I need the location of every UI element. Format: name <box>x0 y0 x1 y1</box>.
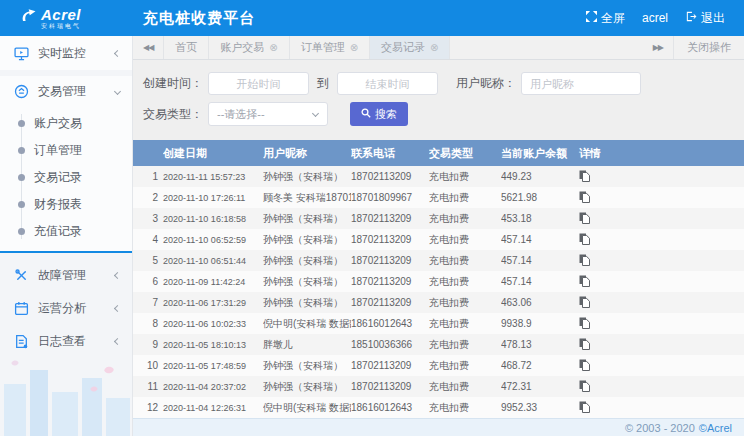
detail-copy-icon[interactable] <box>579 212 590 224</box>
transaction-type-select[interactable]: --请选择-- <box>208 102 328 126</box>
tabs-expand-button[interactable]: ▶▶ <box>643 36 673 59</box>
cell-detail <box>577 233 744 247</box>
detail-copy-icon[interactable] <box>579 170 590 182</box>
sidebar-submenu: 账户交易 订单管理 交易记录 财务报表 充值记录 <box>0 106 132 247</box>
butterfly-icon <box>11 359 19 367</box>
cell-balance: 463.06 <box>501 297 577 308</box>
cell-phone: 18510036366 <box>351 339 429 350</box>
chevron-left-icon <box>114 49 121 56</box>
transaction-type-label: 交易类型： <box>143 106 203 123</box>
bullet-icon <box>18 120 25 127</box>
table-row: 92020-11-05 18:10:13胖墩儿18510036366充电扣费47… <box>133 334 744 355</box>
cell-balance: 9952.33 <box>501 402 577 413</box>
cell-date: 2020-11-11 15:57:23 <box>163 172 263 182</box>
sidebar-subitem-recharge-records[interactable]: 充值记录 <box>0 218 132 245</box>
detail-copy-icon[interactable] <box>579 254 590 266</box>
fullscreen-label: 全屏 <box>601 10 625 27</box>
cell-index: 2 <box>133 192 163 203</box>
cell-type: 充电扣费 <box>429 275 501 289</box>
cell-detail <box>577 191 744 205</box>
sidebar-subitem-order-mgmt[interactable]: 订单管理 <box>0 137 132 164</box>
search-button[interactable]: 搜索 <box>350 102 408 126</box>
sidebar-item-operations-analysis[interactable]: 运营分析 <box>0 292 132 325</box>
tab-label: 交易记录 <box>381 40 425 55</box>
bullet-icon <box>18 228 25 235</box>
create-time-label: 创建时间： <box>143 75 203 92</box>
main-content: ◀◀ 首页 账户交易 ⊗ 订单管理 ⊗ 交易记录 ⊗ ▶▶ 关闭操作 <box>133 36 744 436</box>
cell-date: 2020-11-09 11:42:24 <box>163 277 263 287</box>
cell-index: 10 <box>133 360 163 371</box>
table-row: 112020-11-04 20:37:02孙钟强（安科瑞）18702113209… <box>133 376 744 397</box>
detail-copy-icon[interactable] <box>579 317 590 329</box>
detail-copy-icon[interactable] <box>579 275 590 287</box>
cell-nickname: 胖墩儿 <box>263 338 351 352</box>
search-icon <box>361 108 371 120</box>
start-time-input[interactable] <box>208 72 309 95</box>
close-operations-button[interactable]: 关闭操作 <box>673 36 744 59</box>
detail-copy-icon[interactable] <box>579 233 590 245</box>
sidebar-item-fault-mgmt[interactable]: 故障管理 <box>0 259 132 292</box>
sidebar-subitem-transaction-records[interactable]: 交易记录 <box>0 164 132 191</box>
cell-date: 2020-11-06 17:31:29 <box>163 298 263 308</box>
acrel-link[interactable]: ©Acrel <box>699 422 732 434</box>
sidebar-subitem-financial-reports[interactable]: 财务报表 <box>0 191 132 218</box>
header-actions: 全屏 acrel 退出 <box>581 10 744 27</box>
butterfly-icon <box>90 385 98 393</box>
logout-label: 退出 <box>701 10 725 27</box>
tab-account-transactions[interactable]: 账户交易 ⊗ <box>209 36 289 59</box>
detail-copy-icon[interactable] <box>579 359 590 371</box>
monitor-icon <box>14 46 29 61</box>
cell-date: 2020-11-10 06:51:44 <box>163 256 263 266</box>
detail-copy-icon[interactable] <box>579 296 590 308</box>
cell-detail <box>577 317 744 331</box>
cell-index: 1 <box>133 171 163 182</box>
acrel-logo-icon <box>20 9 37 27</box>
submenu-label: 交易记录 <box>34 169 82 186</box>
cell-phone: 18702113209 <box>351 381 429 392</box>
sidebar-item-realtime-monitor[interactable]: 实时监控 <box>0 36 132 70</box>
tabs-collapse-button[interactable]: ◀◀ <box>133 36 163 59</box>
chevron-down-icon <box>114 87 121 94</box>
detail-copy-icon[interactable] <box>579 338 590 350</box>
submenu-label: 账户交易 <box>34 115 82 132</box>
tab-close-icon[interactable]: ⊗ <box>350 42 358 53</box>
cell-phone: 18702113209 <box>351 171 429 182</box>
cell-detail <box>577 212 744 226</box>
logout-button[interactable]: 退出 <box>680 10 730 27</box>
transaction-icon <box>14 84 29 99</box>
tab-home[interactable]: 首页 <box>163 36 209 59</box>
cell-phone: 18702113209 <box>351 234 429 245</box>
sidebar-item-label: 故障管理 <box>38 267 86 284</box>
cell-type: 充电扣费 <box>429 233 501 247</box>
cell-type: 充电扣费 <box>429 359 501 373</box>
sidebar-item-transaction-mgmt[interactable]: 交易管理 <box>0 76 132 106</box>
fullscreen-button[interactable]: 全屏 <box>581 10 630 27</box>
tab-close-icon[interactable]: ⊗ <box>430 42 438 53</box>
tab-bar: ◀◀ 首页 账户交易 ⊗ 订单管理 ⊗ 交易记录 ⊗ ▶▶ 关闭操作 <box>133 36 744 60</box>
cell-nickname: 孙钟强（安科瑞） <box>263 254 351 268</box>
cell-index: 6 <box>133 276 163 287</box>
detail-copy-icon[interactable] <box>579 401 590 413</box>
detail-copy-icon[interactable] <box>579 191 590 203</box>
cell-detail <box>577 380 744 394</box>
column-header-nickname: 用户昵称 <box>263 146 351 161</box>
sidebar-subitem-account-transactions[interactable]: 账户交易 <box>0 110 132 137</box>
tab-close-icon[interactable]: ⊗ <box>269 42 277 53</box>
tab-order-mgmt[interactable]: 订单管理 ⊗ <box>290 36 370 59</box>
table-row: 32020-11-10 16:18:58孙钟强（安科瑞）18702113209充… <box>133 208 744 229</box>
username[interactable]: acrel <box>636 11 674 25</box>
cell-balance: 478.13 <box>501 339 577 350</box>
cell-type: 充电扣费 <box>429 338 501 352</box>
cell-phone: 18702113209 <box>351 297 429 308</box>
sidebar-item-log-view[interactable]: 日志查看 <box>0 325 132 358</box>
chevron-left-icon <box>114 338 121 345</box>
detail-copy-icon[interactable] <box>579 380 590 392</box>
bullet-icon <box>18 174 25 181</box>
nickname-input[interactable] <box>521 72 641 95</box>
submenu-label: 财务报表 <box>34 196 82 213</box>
end-time-input[interactable] <box>337 72 438 95</box>
cell-balance: 9938.9 <box>501 318 577 329</box>
cell-phone: 18701809967 <box>351 192 429 203</box>
tab-transaction-records[interactable]: 交易记录 ⊗ <box>370 36 450 59</box>
submenu-label: 订单管理 <box>34 142 82 159</box>
